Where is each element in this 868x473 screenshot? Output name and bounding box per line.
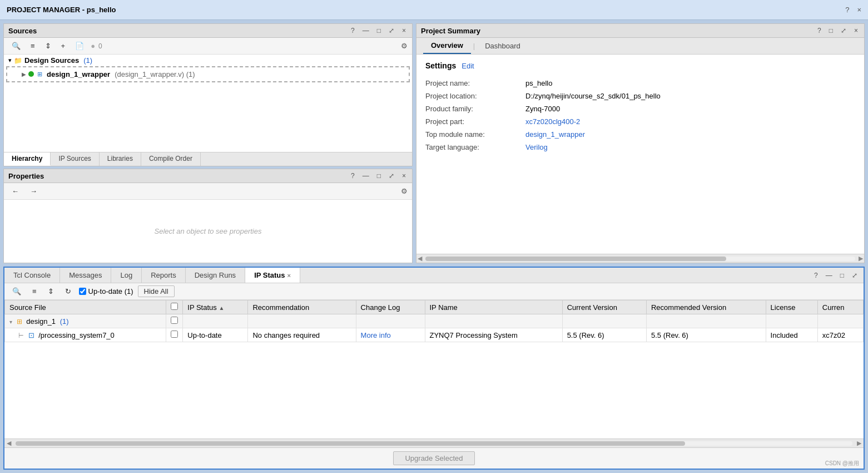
table-row[interactable]: ⊢ ⊡ /processing_system7_0 Up-to-date No … <box>5 328 864 342</box>
col-current: Curren <box>817 300 863 314</box>
window-title: PROJECT MANAGER - ps_hello <box>7 6 116 14</box>
tab-reports[interactable]: Reports <box>142 268 186 283</box>
col-ip-status[interactable]: IP Status ▲ <box>183 300 248 314</box>
circle-icon: ● <box>91 42 95 50</box>
tab-libraries[interactable]: Libraries <box>100 152 141 166</box>
top-row: Sources ? — □ ⤢ × 🔍 ≡ ⇕ + 📄 ● <box>0 20 868 265</box>
hide-all-btn[interactable]: Hide All <box>138 285 175 297</box>
props-help-btn[interactable]: ? <box>349 171 356 180</box>
props-gear-icon[interactable]: ⚙ <box>401 187 408 195</box>
scroll-right-btn[interactable]: ▶ <box>857 255 864 262</box>
props-toolbar: ← → ⚙ <box>4 183 412 200</box>
label-top-module: Top module name: <box>425 130 525 139</box>
uptodate-checkbox-label[interactable]: Up-to-date (1) <box>79 287 133 295</box>
search-btn[interactable]: 🔍 <box>8 40 24 52</box>
tab-dashboard[interactable]: Dashboard <box>477 38 528 53</box>
change-log-link[interactable]: More info <box>361 331 391 339</box>
settings-row-0: Project name: ps_hello <box>425 77 855 90</box>
group-count: (1) <box>60 317 69 326</box>
value-top-module[interactable]: design_1_wrapper <box>525 130 855 139</box>
props-back-btn[interactable]: ← <box>8 185 22 197</box>
uptodate-checkbox[interactable] <box>79 288 86 295</box>
cell-license: Included <box>766 328 817 342</box>
bottom-scroll-right[interactable]: ▶ <box>855 440 864 447</box>
group-checkbox-cell <box>166 314 183 328</box>
summary-close-btn[interactable]: × <box>852 26 860 35</box>
collapse-btn[interactable]: ≡ <box>27 40 38 52</box>
scroll-left-btn[interactable]: ◀ <box>416 255 423 262</box>
table-row[interactable]: ▾ ⊞ design_1 (1) <box>5 314 864 328</box>
select-all-checkbox[interactable] <box>171 303 178 310</box>
close-icon[interactable]: × <box>857 6 861 14</box>
bottom-scroll-left[interactable]: ◀ <box>4 440 13 447</box>
sources-help-btn[interactable]: ? <box>349 26 356 35</box>
sources-tabs: Hierarchy IP Sources Libraries Compile O… <box>4 152 412 166</box>
col-current-version: Current Version <box>562 300 646 314</box>
value-target-language[interactable]: Verilog <box>525 143 855 151</box>
group-rec-ver <box>646 314 766 328</box>
bottom-hscroll-thumb <box>16 441 685 446</box>
ip-refresh-btn[interactable]: ↻ <box>62 285 75 297</box>
row-checkbox[interactable] <box>171 331 178 338</box>
tree-design-sources[interactable]: ▾ 📁 Design Sources (1) <box>4 55 412 66</box>
group-change-log <box>356 314 425 328</box>
upgrade-selected-btn[interactable]: Upgrade Selected <box>393 451 474 465</box>
props-max-btn[interactable]: □ <box>375 171 383 180</box>
bottom-panel: Tcl Console Messages Log Reports Design … <box>3 267 865 470</box>
ip-collapse-btn[interactable]: ≡ <box>29 285 40 297</box>
gear-icon[interactable]: ⚙ <box>401 42 408 50</box>
props-forward-btn[interactable]: → <box>27 185 41 197</box>
ip-status-label: IP Status <box>254 271 285 279</box>
tab-messages[interactable]: Messages <box>60 268 111 283</box>
summary-tabs: Overview | Dashboard <box>416 38 864 55</box>
tree-design-wrapper[interactable]: ▶ ⊞ design_1_wrapper (design_1_wrapper.v… <box>8 68 408 80</box>
sources-close-btn[interactable]: × <box>400 26 408 35</box>
ip-status-close-btn[interactable]: × <box>287 272 291 279</box>
label-project-location: Project location: <box>425 92 525 100</box>
ip-search-btn[interactable]: 🔍 <box>9 285 24 297</box>
props-empty-text: Select an object to see properties <box>4 200 412 263</box>
bottom-max-btn[interactable]: □ <box>839 271 846 280</box>
ip-expand-btn[interactable]: ⇕ <box>44 285 57 297</box>
col-license: License <box>766 300 817 314</box>
cell-current-version: 5.5 (Rev. 6) <box>562 328 646 342</box>
bottom-hscroll[interactable]: ◀ ▶ <box>4 438 864 447</box>
hscroll-track[interactable] <box>425 257 855 261</box>
edit-link[interactable]: Edit <box>462 62 474 70</box>
sources-restore-btn[interactable]: □ <box>375 26 383 35</box>
group-checkbox[interactable] <box>171 317 178 324</box>
tab-hierarchy[interactable]: Hierarchy <box>4 152 51 166</box>
bottom-help-btn[interactable]: ? <box>812 271 820 280</box>
summary-restore-btn[interactable]: ⤢ <box>839 26 848 35</box>
tab-design-runs[interactable]: Design Runs <box>186 268 245 283</box>
expand-btn[interactable]: ⇕ <box>42 40 54 52</box>
tab-ip-sources[interactable]: IP Sources <box>51 152 99 166</box>
bottom-tabs: Tcl Console Messages Log Reports Design … <box>4 268 864 283</box>
tab-log[interactable]: Log <box>111 268 142 283</box>
summary-content: Settings Edit Project name: ps_hello Pro… <box>416 55 864 254</box>
file-btn[interactable]: 📄 <box>72 40 87 52</box>
tab-tcl-console[interactable]: Tcl Console <box>4 268 60 283</box>
bottom-minimize-btn[interactable]: — <box>824 271 834 280</box>
props-close-btn[interactable]: × <box>400 171 408 180</box>
bottom-hscroll-track[interactable] <box>16 441 852 446</box>
help-icon[interactable]: ? <box>845 6 849 14</box>
sources-minimize-btn[interactable]: — <box>361 26 371 35</box>
sources-title: Sources <box>8 27 37 35</box>
settings-row-1: Project location: D:/zynq/heijin/course_… <box>425 90 855 102</box>
add-btn[interactable]: + <box>58 40 69 52</box>
summary-help-btn[interactable]: ? <box>816 26 823 35</box>
settings-row-5: Target language: Verilog <box>425 141 855 154</box>
bottom-restore-btn[interactable]: ⤢ <box>850 271 859 280</box>
props-restore-btn[interactable]: ⤢ <box>387 171 396 180</box>
summary-hscroll[interactable]: ◀ ▶ <box>416 254 864 263</box>
tab-overview[interactable]: Overview <box>423 38 471 54</box>
value-product-family: Zynq-7000 <box>525 105 855 113</box>
props-minimize-btn[interactable]: — <box>361 171 371 180</box>
value-project-part[interactable]: xc7z020clg400-2 <box>525 117 855 126</box>
sources-max-btn[interactable]: ⤢ <box>387 26 396 35</box>
summary-max-btn[interactable]: □ <box>827 26 835 35</box>
tab-ip-status[interactable]: IP Status × <box>245 268 300 283</box>
summary-header: Project Summary ? □ ⤢ × <box>416 24 864 38</box>
tab-compile-order[interactable]: Compile Order <box>141 152 201 166</box>
